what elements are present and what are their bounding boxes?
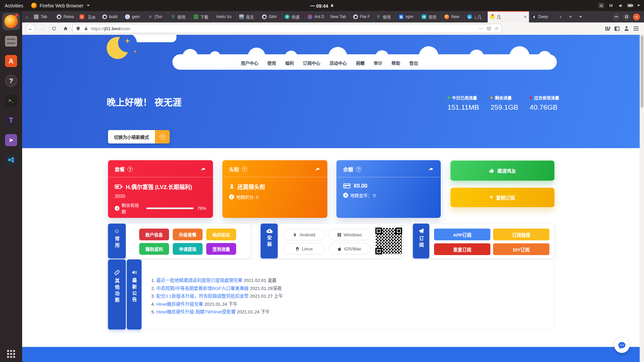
browser-tab[interactable]: [Too <box>146 11 168 22</box>
browser-tab[interactable]: 常用 <box>419 11 442 22</box>
browser-tab[interactable]: ♨几 <box>465 11 488 22</box>
dock-item-terminal[interactable]: >_ <box>2 92 20 109</box>
browser-tab[interactable]: Relea <box>54 11 77 22</box>
question-icon[interactable]: ? <box>356 167 361 172</box>
home-button[interactable] <box>61 24 70 33</box>
volume-icon[interactable] <box>618 3 624 8</box>
browser-tab[interactable]: genr <box>123 11 146 22</box>
dock-item-remote-app[interactable]: ➤ <box>2 131 20 149</box>
dock-item-text-editor[interactable]: T <box>2 112 20 129</box>
announcement-link[interactable]: 中高短期/中等長期套餐新增BGP入口華東專線 <box>156 286 249 291</box>
switch-mode-help[interactable]: ? <box>155 130 170 143</box>
latest-announcements-tab[interactable]: 最新公告 <box>127 259 142 329</box>
nav-donate[interactable]: 捐赠 <box>356 60 365 66</box>
maximize-button[interactable] <box>623 13 630 20</box>
dock-item-vscode[interactable] <box>2 151 20 169</box>
dock-item-ubuntu-software[interactable]: A <box>2 52 20 70</box>
browser-tab[interactable]: 使用 <box>168 11 191 22</box>
subscribe-section-tab[interactable]: 订阅 <box>413 224 429 258</box>
install-android-button[interactable]: Android <box>283 229 325 240</box>
share-icon[interactable] <box>315 167 321 172</box>
browser-tab[interactable]: 快速 <box>282 11 305 22</box>
tab-close-icon[interactable]: × <box>523 14 527 19</box>
browser-tab[interactable]: build <box>100 11 123 22</box>
scroll-tabs-left-button[interactable]: ‹ <box>22 11 32 22</box>
network-icon[interactable] <box>608 3 614 8</box>
browser-tab[interactable]: File F <box>351 11 374 22</box>
nav-logout[interactable]: 登出 <box>409 60 418 66</box>
chevron-down-icon[interactable] <box>637 5 640 6</box>
announcement-link[interactable]: 配合3.1新版本升級，所有餘額調整到抵扣金幣 <box>156 294 249 299</box>
question-icon[interactable]: ? <box>127 167 133 172</box>
browser-tab[interactable]: 【Ub <box>77 11 100 22</box>
nav-welfare[interactable]: 福利 <box>285 60 294 66</box>
browser-tab-active[interactable]: 几× <box>488 11 529 22</box>
url-bar[interactable]: https://j01.best/user ⋯ ☆ <box>72 24 502 33</box>
browser-tab[interactable]: Ant D <box>305 11 328 22</box>
page-actions-icon[interactable]: ⋯ <box>478 25 483 32</box>
url-text[interactable]: https://j01.best/user <box>91 26 476 31</box>
install-section-tab[interactable]: 安装 <box>261 224 278 258</box>
nav-subscription-center[interactable]: 订阅中心 <box>303 60 320 66</box>
menu-icon[interactable] <box>634 26 639 31</box>
back-button[interactable]: ← <box>25 23 36 34</box>
bookmark-star-icon[interactable]: ☆ <box>494 25 499 32</box>
checkin-traffic-button[interactable]: 签到流量 <box>206 243 236 255</box>
pocket-icon[interactable] <box>487 26 491 31</box>
announcement-link[interactable]: Hinet機房硬件升級 相關TWHinet受影響 <box>156 309 235 314</box>
nav-usage[interactable]: 使用 <box>267 60 276 66</box>
subscription-link-button[interactable]: 订阅链接 <box>493 229 549 240</box>
clock[interactable]: 一 09:44 <box>310 2 334 9</box>
dock-item-firefox[interactable] <box>2 13 20 30</box>
earn-rebate-button[interactable]: 赚取返利 <box>139 243 169 255</box>
browser-tab[interactable]: New <box>442 11 465 22</box>
share-icon[interactable] <box>200 167 206 172</box>
page-scrollbar[interactable] <box>640 35 644 362</box>
scroll-tabs-right-button[interactable]: › <box>555 11 566 22</box>
diy-subscription-button[interactable]: DIY订阅 <box>493 243 549 255</box>
shield-icon[interactable] <box>75 26 81 31</box>
battery-icon[interactable] <box>628 3 633 8</box>
dock-item-files[interactable] <box>2 33 20 50</box>
browser-tab[interactable]: Deep <box>529 11 555 22</box>
browser-tab[interactable]: npm <box>396 11 419 22</box>
reload-button[interactable] <box>50 24 58 33</box>
lock-icon[interactable] <box>83 26 89 31</box>
announcement-link[interactable]: Hinet機房硬件升級完畢 <box>156 302 203 307</box>
show-applications-button[interactable] <box>7 350 15 358</box>
app-menu[interactable]: Firefox Web Browser <box>31 3 89 8</box>
question-icon[interactable]: ? <box>242 167 247 172</box>
withdraw-button[interactable]: 申请提现 <box>173 243 203 255</box>
announcement-link[interactable]: 最近一批地精邀請返利提現已提現處理完畢 <box>156 278 243 283</box>
other-functions-tab[interactable]: 其他功能 <box>108 259 126 329</box>
common-section-tab[interactable]: ☺ 常用 <box>108 224 126 258</box>
install-ios-mac-button[interactable]: iOS/Mac <box>328 243 371 254</box>
keyboard-layout-icon[interactable]: a <box>598 3 604 8</box>
browser-tab[interactable]: GitH <box>260 11 282 22</box>
browser-tab[interactable]: Tab <box>32 11 54 22</box>
forum-button[interactable]: 站内论坛 <box>206 229 236 240</box>
list-all-tabs-button[interactable] <box>576 11 586 22</box>
share-icon[interactable] <box>428 167 434 172</box>
upgrade-plan-button[interactable]: 升级套餐 <box>173 229 203 240</box>
browser-tab[interactable]: 下載 <box>191 11 214 22</box>
library-icon[interactable] <box>605 26 610 31</box>
sidebar-icon[interactable] <box>614 26 620 31</box>
browser-tab[interactable]: Hello Vu <box>214 11 237 22</box>
browser-tab[interactable]: 夜无 <box>237 11 260 22</box>
new-tab-button[interactable]: + <box>566 11 576 22</box>
account-info-button[interactable]: 账户信息 <box>139 229 169 240</box>
switch-mode-button[interactable]: 切换为小萌新模式 ? <box>108 130 170 143</box>
minimize-button[interactable] <box>613 13 620 20</box>
activities-button[interactable]: Activities <box>5 3 23 8</box>
forward-button[interactable]: → <box>38 24 47 33</box>
nav-user-center[interactable]: 用户中心 <box>241 60 258 66</box>
nav-help[interactable]: 帮助 <box>391 60 400 66</box>
invite-friends-button[interactable]: 邀请鸡友 <box>450 161 554 181</box>
install-windows-button[interactable]: Windows <box>328 229 371 240</box>
copy-subscription-button[interactable]: ♥ 复制订阅 <box>450 188 554 207</box>
system-tray[interactable]: a <box>598 3 644 8</box>
reset-subscription-button[interactable]: 重置订阅 <box>434 243 490 255</box>
browser-tab[interactable]: New Tab <box>328 11 351 22</box>
install-linux-button[interactable]: Linux <box>283 243 325 254</box>
